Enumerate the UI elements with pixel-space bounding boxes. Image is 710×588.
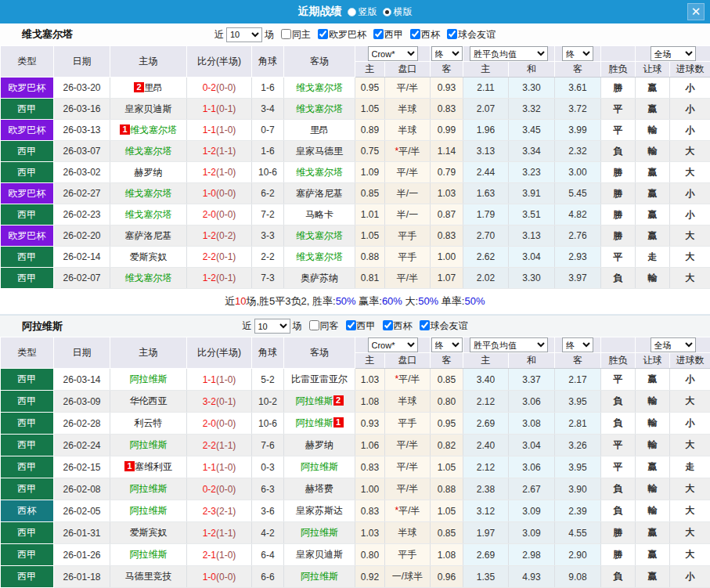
table-row: 西甲26-02-14爱斯宾奴2-2(0-1)2-2维戈塞尔塔0.88平手1.00… xyxy=(1,247,710,268)
cell-avg-draw: 3.08 xyxy=(509,413,555,435)
fulltime-score: 2-1 xyxy=(203,550,216,561)
league-filter-checkbox[interactable] xyxy=(281,29,291,39)
fulltime-select[interactable]: 全场 xyxy=(651,337,696,352)
fulltime-select[interactable]: 全场 xyxy=(651,46,696,61)
results-table: 类型日期主场比分(半场)角球客场Crow*终胜平负均值终全场主盘口客主和客胜负让… xyxy=(0,337,710,588)
header-select-cell: Crow* xyxy=(355,46,431,62)
cell-odds-home: 1.06 xyxy=(355,435,385,456)
final-odds-select[interactable]: 终 xyxy=(431,46,463,61)
table-row: 欧罗巴杯26-02-27维戈塞尔塔1-0(0-0)6-2塞萨洛尼基0.85半/一… xyxy=(1,183,710,204)
final-avg-select[interactable]: 终 xyxy=(562,46,593,61)
red-card-badge: 1 xyxy=(120,124,130,135)
home-team-name: 马德里竞技 xyxy=(125,571,172,582)
cell-handicap-line: 平手 xyxy=(385,225,431,247)
red-card-badge: 1 xyxy=(333,417,344,427)
league-filter-0[interactable]: 同客 xyxy=(305,319,339,333)
cell-goals-result: 大 xyxy=(670,500,710,522)
recent-count-select[interactable]: 10 xyxy=(254,319,290,334)
col-header: 比分(半场) xyxy=(187,337,252,369)
fulltime-score: 1-0 xyxy=(203,188,216,199)
league-filter-0[interactable]: 同主 xyxy=(276,28,311,41)
cell-avg-home: 2.11 xyxy=(463,78,509,99)
cell-odds-away: 0.85 xyxy=(431,369,463,391)
fulltime-score: 2-0 xyxy=(203,209,216,220)
away-team-name: 维戈塞尔塔 xyxy=(296,230,343,241)
home-team-name: 阿拉维斯 xyxy=(130,373,168,384)
red-card-badge: 2 xyxy=(333,395,344,406)
cell-goals-result: 大 xyxy=(670,268,710,289)
league-filter-checkbox[interactable] xyxy=(447,29,457,39)
cell-handicap-result: 贏 xyxy=(636,566,670,588)
winloss-avg-select[interactable]: 胜平负均值 xyxy=(470,46,548,61)
league-filter-4[interactable]: 球会友谊 xyxy=(442,28,496,41)
cell-away-team: 维戈塞尔塔 xyxy=(284,78,355,99)
league-filter-3[interactable]: 西杯 xyxy=(405,28,440,41)
col-header: 主场 xyxy=(110,337,187,369)
cell-handicap-result: 輸 xyxy=(636,268,670,289)
league-filter-1[interactable]: 西甲 xyxy=(341,319,376,333)
cell-goals-result: 小 xyxy=(670,183,710,204)
cell-odds-away: 0.82 xyxy=(431,435,463,456)
cell-odds-away: 1.05 xyxy=(431,500,463,522)
cell-odds-home: 0.88 xyxy=(355,247,385,268)
table-row: 欧罗巴杯26-03-131维戈塞尔塔1-1(1-0)0-7里昂0.89半球0.9… xyxy=(1,120,710,141)
league-filter-checkbox[interactable] xyxy=(318,29,328,39)
final-avg-select[interactable]: 终 xyxy=(562,337,593,352)
summary-text: 场,胜5平3负2, xyxy=(246,295,312,307)
league-filter-3[interactable]: 球会友谊 xyxy=(415,319,468,333)
match-type-badge: 西甲 xyxy=(1,435,54,456)
header-select-cell: Crow* xyxy=(355,337,431,353)
cell-away-team: 皇家苏斯达 xyxy=(284,500,355,522)
final-odds-select[interactable]: 终 xyxy=(431,337,463,352)
league-filter-checkbox[interactable] xyxy=(420,320,430,330)
halftime-score: (1-0) xyxy=(216,167,236,178)
recent-count-select[interactable]: 10 xyxy=(226,27,262,42)
table-row: 西甲26-02-08阿拉维斯0-2(0-0)6-3赫塔费1.00平/半0.882… xyxy=(1,478,710,500)
winloss-avg-select[interactable]: 胜平负均值 xyxy=(470,337,548,352)
cell-handicap-line: *平/半 xyxy=(385,141,431,162)
home-team-name: 皇家贝迪斯 xyxy=(125,103,172,114)
cell-avg-home: 2.69 xyxy=(463,413,509,435)
cell-avg-away: 2.17 xyxy=(555,369,601,391)
league-filter-checkbox[interactable] xyxy=(346,320,356,330)
cell-date: 26-02-15 xyxy=(54,456,110,478)
cell-handicap-line: *平/半 xyxy=(385,369,431,391)
league-filter-checkbox[interactable] xyxy=(383,320,393,330)
cell-odds-home: 1.03 xyxy=(355,369,385,391)
crow-odds-select[interactable]: Crow* xyxy=(368,46,418,61)
home-team-name: 爱斯宾奴 xyxy=(130,251,168,262)
close-button[interactable]: ✕ xyxy=(687,3,705,20)
sub-col-header: 盘口 xyxy=(385,353,431,369)
cell-handicap-line: 平/半 xyxy=(385,456,431,478)
checkbox-label: 球会友谊 xyxy=(458,29,496,40)
radio-icon[interactable] xyxy=(383,8,391,16)
league-filter-2[interactable]: 西甲 xyxy=(369,28,403,41)
layout-radio-horizontal[interactable]: 横版 xyxy=(383,5,413,19)
radio-icon[interactable] xyxy=(348,8,356,16)
cell-avg-home: 1.96 xyxy=(463,120,509,141)
cell-avg-away: 2.90 xyxy=(555,544,601,566)
cell-avg-draw: 3.23 xyxy=(509,162,555,183)
header-select-cell xyxy=(601,337,636,353)
handicap-text: 平手 xyxy=(398,251,417,262)
layout-radio-vertical[interactable]: 竖版 xyxy=(348,5,377,19)
fulltime-score: 1-1 xyxy=(203,103,216,114)
league-filter-checkbox[interactable] xyxy=(373,29,384,39)
crow-odds-select[interactable]: Crow* xyxy=(368,337,418,352)
checkbox-label: 欧罗巴杯 xyxy=(329,29,366,40)
col-header: 日期 xyxy=(54,46,110,78)
league-filter-2[interactable]: 西杯 xyxy=(378,319,413,333)
league-filter-1[interactable]: 欧罗巴杯 xyxy=(313,28,366,41)
cell-result: 負 xyxy=(601,500,636,522)
halftime-score: (1-1) xyxy=(216,528,236,539)
match-filters: 近10场同客西甲西杯球会友谊 xyxy=(243,319,468,334)
league-filter-checkbox[interactable] xyxy=(410,29,420,39)
league-filter-checkbox[interactable] xyxy=(309,320,319,330)
cell-handicap-result: 輸 xyxy=(636,120,670,141)
cell-handicap-line: 半球 xyxy=(385,522,431,544)
cell-result: 勝 xyxy=(601,544,636,566)
col-header: 类型 xyxy=(1,46,54,78)
cell-away-team: 阿拉维斯 xyxy=(284,522,355,544)
header-select-cell: 终 xyxy=(431,46,463,62)
cell-home-team: 爱斯宾奴 xyxy=(110,522,187,544)
